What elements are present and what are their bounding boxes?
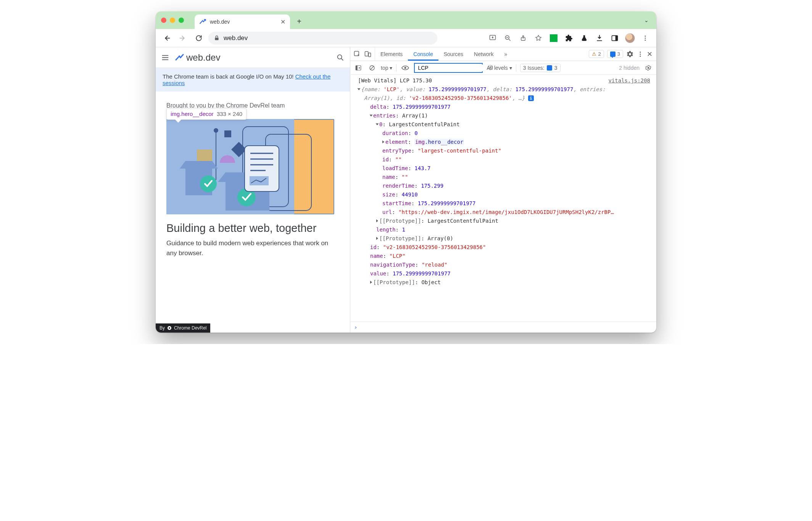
downloads-icon[interactable] xyxy=(593,32,606,45)
clear-console-icon[interactable] xyxy=(367,63,377,73)
svg-point-13 xyxy=(645,39,646,40)
svg-rect-23 xyxy=(224,130,231,137)
svg-point-51 xyxy=(404,67,406,69)
reload-button[interactable] xyxy=(192,32,205,45)
prompt-chevron-icon: › xyxy=(354,324,357,330)
svg-rect-37 xyxy=(250,176,269,185)
prop-entrytype: entryType: "largest-contentful-paint" xyxy=(350,146,656,155)
info-badge-icon[interactable]: i xyxy=(528,95,534,101)
bookmark-star-icon[interactable] xyxy=(532,32,545,45)
rendered-page: web.dev The Chrome team is back at Googl… xyxy=(156,47,350,333)
svg-point-12 xyxy=(645,37,646,39)
browser-menu-button[interactable] xyxy=(639,32,652,45)
inspect-element-icon[interactable] xyxy=(353,50,361,58)
svg-point-39 xyxy=(169,327,170,329)
new-tab-button[interactable]: + xyxy=(294,16,304,27)
tab-elements[interactable]: Elements xyxy=(375,47,408,61)
site-header: web.dev xyxy=(156,47,350,68)
install-app-icon[interactable] xyxy=(486,32,499,45)
svg-rect-47 xyxy=(356,66,358,70)
tab-sources[interactable]: Sources xyxy=(438,47,469,61)
url-text: web.dev xyxy=(224,34,248,42)
tab-console[interactable]: Console xyxy=(408,47,438,61)
tab-strip: web.dev ✕ + ⌄ xyxy=(156,11,656,29)
author-badge: By Chrome DevRel xyxy=(156,323,210,333)
prop-duration: duration: 0 xyxy=(350,129,656,138)
page-blurb: Guidance to build modern web experiences… xyxy=(156,235,350,258)
issues-button[interactable]: 3 Issues: 3 xyxy=(520,64,561,72)
tooltip-dimensions: 333 × 240 xyxy=(217,111,242,117)
prop-proto-obj[interactable]: [[Prototype]]: Object xyxy=(350,278,656,287)
devtools-tabs: Elements Console Sources Network » ⚠2 3 … xyxy=(350,47,656,61)
share-icon[interactable] xyxy=(517,32,530,45)
device-toggle-icon[interactable] xyxy=(364,50,372,58)
prop-entries[interactable]: entries: Array(1) xyxy=(350,111,656,120)
tooltip-selector: img.hero__decor xyxy=(171,111,214,117)
svg-point-11 xyxy=(645,35,646,37)
console-filter-input[interactable]: ⓧ xyxy=(414,63,483,73)
minimize-window-button[interactable] xyxy=(170,18,175,23)
side-panel-icon[interactable] xyxy=(608,32,621,45)
browser-window: web.dev ✕ + ⌄ web.dev xyxy=(156,11,656,333)
svg-point-17 xyxy=(338,55,342,59)
svg-point-44 xyxy=(640,53,641,55)
zoom-out-icon[interactable] xyxy=(501,32,514,45)
extensions-puzzle-icon[interactable] xyxy=(562,32,575,45)
console-sidebar-toggle-icon[interactable] xyxy=(353,63,363,73)
forward-button[interactable] xyxy=(176,32,189,45)
search-icon[interactable] xyxy=(336,53,345,62)
back-button[interactable] xyxy=(160,32,173,45)
page-headline: Building a better web, together xyxy=(156,214,350,235)
prop-length: length: 1 xyxy=(350,225,656,234)
log-levels-selector[interactable]: All levels ▾ xyxy=(487,65,512,71)
hero-image[interactable] xyxy=(166,119,334,214)
svg-point-22 xyxy=(214,129,218,132)
secure-lock-icon xyxy=(214,35,220,41)
menu-icon[interactable] xyxy=(161,53,169,62)
prop-objvalue: value: 175.29999999701977 xyxy=(350,269,656,278)
live-expression-icon[interactable] xyxy=(400,63,410,73)
log-summary[interactable]: {name: 'LCP', value: 175.29999999701977,… xyxy=(350,85,656,94)
toolbar: web.dev xyxy=(156,29,656,47)
address-bar[interactable]: web.dev xyxy=(208,32,437,45)
prop-proto-entry[interactable]: [[Prototype]]: LargestContentfulPaint xyxy=(350,217,656,225)
browser-tab[interactable]: web.dev ✕ xyxy=(195,14,290,29)
badge-prefix: By xyxy=(160,325,165,331)
prop-name: name: "" xyxy=(350,173,656,182)
devtools-settings-icon[interactable] xyxy=(626,50,634,58)
profile-avatar[interactable] xyxy=(624,32,636,45)
prop-starttime: startTime: 175.29999999701977 xyxy=(350,199,656,208)
labs-flask-icon[interactable] xyxy=(578,32,591,45)
tabs-menu-button[interactable]: ⌄ xyxy=(642,16,651,25)
console-output[interactable]: vitals.js:208[Web Vitals] LCP 175.30 {na… xyxy=(350,75,656,322)
svg-rect-41 xyxy=(365,51,368,56)
messages-badge[interactable]: 3 xyxy=(607,50,623,58)
prop-element[interactable]: element: img.hero__decor xyxy=(350,138,656,146)
fullscreen-window-button[interactable] xyxy=(179,18,184,23)
site-logo[interactable]: web.dev xyxy=(175,52,220,63)
filter-field[interactable] xyxy=(417,64,485,71)
subtitle: Brought to you by the Chrome DevRel team xyxy=(156,92,350,109)
devtools-close-icon[interactable]: ✕ xyxy=(647,50,652,58)
console-prompt[interactable]: › xyxy=(350,322,656,333)
favicon-icon xyxy=(199,18,206,25)
warnings-badge[interactable]: ⚠2 xyxy=(589,50,604,58)
console-settings-icon[interactable] xyxy=(643,63,653,73)
extension-green-icon[interactable] xyxy=(547,32,560,45)
tab-more[interactable]: » xyxy=(499,47,512,61)
prop-size: size: 44910 xyxy=(350,190,656,199)
context-selector[interactable]: top ▾ xyxy=(381,65,392,71)
content-area: web.dev The Chrome team is back at Googl… xyxy=(156,47,656,333)
entry-0[interactable]: 0: LargestContentfulPaint xyxy=(350,120,656,129)
svg-line-50 xyxy=(371,66,374,69)
prop-proto-arr[interactable]: [[Prototype]]: Array(0) xyxy=(350,234,656,243)
prop-objid: id: "v2-1683052452950-3756013429856" xyxy=(350,243,656,252)
prop-navtype: navigationType: "reload" xyxy=(350,260,656,269)
close-window-button[interactable] xyxy=(161,18,166,23)
close-tab-button[interactable]: ✕ xyxy=(280,18,285,26)
devtools-menu-icon[interactable] xyxy=(637,51,644,58)
prop-objname: name: "LCP" xyxy=(350,252,656,260)
hero-section: img.hero__decor 333 × 240 xyxy=(156,109,350,214)
source-link[interactable]: vitals.js:208 xyxy=(608,77,653,85)
tab-network[interactable]: Network xyxy=(469,47,499,61)
